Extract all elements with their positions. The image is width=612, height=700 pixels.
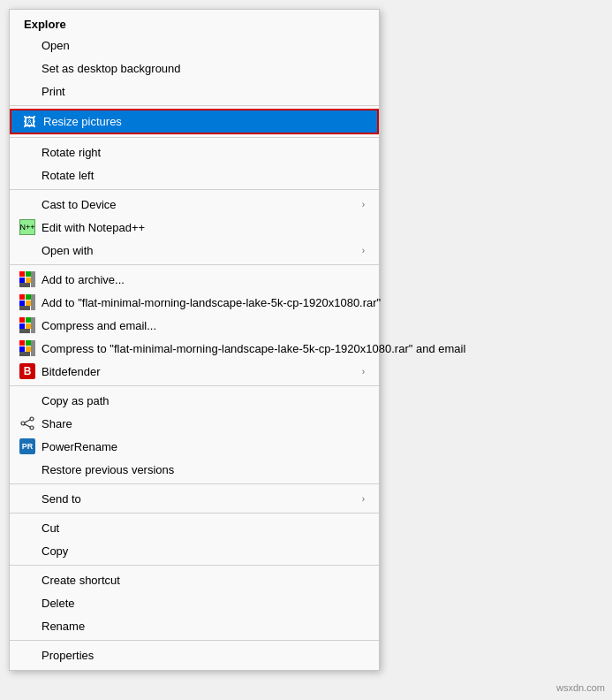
winrar-icon-2 (19, 293, 36, 311)
add-archive-item[interactable]: Add to archive... (10, 268, 379, 291)
share-icon (19, 415, 36, 432)
resize-pictures-label: Resize pictures (43, 115, 122, 128)
watermark: wsxdn.com (556, 682, 605, 693)
rotate-left-item[interactable]: Rotate left (10, 164, 379, 186)
bitdefender-chevron: › (362, 367, 365, 377)
properties-item[interactable]: Properties (10, 643, 379, 666)
svg-line-28 (25, 424, 30, 427)
svg-line-27 (25, 420, 30, 422)
open-item[interactable]: Open (10, 34, 379, 57)
delete-label: Delete (42, 597, 75, 610)
svg-point-26 (30, 426, 34, 430)
powerrename-label: PowerRename (42, 440, 117, 453)
cast-to-device-label: Cast to Device (42, 198, 117, 211)
edit-notepad-item[interactable]: N++ Edit with Notepad++ (10, 216, 379, 239)
svg-rect-18 (19, 340, 25, 346)
add-rar-label: Add to "flat-minimal-morning-landscape-l… (42, 296, 381, 309)
cut-item[interactable]: Cut (10, 516, 379, 539)
svg-rect-23 (19, 352, 30, 356)
explore-label: Explore (24, 18, 66, 31)
compress-rar-email-item[interactable]: Compress to "flat-minimal-morning-landsc… (10, 337, 379, 360)
compress-rar-email-label: Compress to "flat-minimal-morning-landsc… (42, 342, 465, 355)
share-label: Share (42, 417, 72, 430)
svg-rect-1 (26, 271, 31, 277)
svg-rect-17 (19, 329, 30, 333)
rotate-right-item[interactable]: Rotate right (10, 141, 379, 164)
svg-rect-3 (26, 278, 31, 283)
create-shortcut-label: Create shortcut (42, 574, 120, 587)
svg-rect-12 (19, 317, 25, 323)
svg-rect-7 (26, 294, 31, 300)
svg-rect-8 (19, 301, 25, 306)
svg-rect-21 (26, 346, 31, 352)
winrar-icon-4 (19, 339, 36, 357)
compress-email-label: Compress and email... (42, 319, 156, 332)
rename-item[interactable]: Rename (10, 614, 379, 637)
svg-point-24 (30, 417, 34, 421)
share-item[interactable]: Share (10, 412, 379, 435)
copy-label: Copy (42, 544, 68, 558)
copy-item[interactable]: Copy (10, 539, 379, 562)
compress-email-item[interactable]: Compress and email... (10, 314, 379, 337)
svg-rect-11 (19, 306, 30, 310)
separator-3 (10, 189, 379, 190)
powerrename-icon: PR (19, 438, 36, 455)
resize-icon: 🖼 (20, 113, 38, 131)
cast-chevron: › (362, 200, 365, 209)
svg-rect-4 (31, 271, 35, 287)
create-shortcut-item[interactable]: Create shortcut (10, 568, 379, 591)
svg-rect-2 (19, 278, 25, 283)
bitdefender-icon: B (19, 362, 36, 380)
explore-header: Explore (10, 13, 379, 34)
restore-versions-item[interactable]: Restore previous versions (10, 458, 379, 481)
open-with-label: Open with (42, 244, 94, 257)
resize-pictures-item[interactable]: 🖼 Resize pictures (10, 109, 379, 134)
set-desktop-item[interactable]: Set as desktop background (10, 57, 379, 80)
context-menu: Explore Open Set as desktop background P… (9, 9, 380, 671)
cut-label: Cut (42, 521, 59, 535)
print-label: Print (42, 85, 65, 98)
print-item[interactable]: Print (10, 80, 379, 103)
separator-2 (10, 137, 379, 138)
bitdefender-item[interactable]: B Bitdefender › (10, 360, 379, 383)
rotate-right-label: Rotate right (42, 146, 101, 159)
separator-1 (10, 105, 379, 106)
cast-to-device-item[interactable]: Cast to Device › (10, 193, 379, 216)
add-rar-item[interactable]: Add to "flat-minimal-morning-landscape-l… (10, 291, 379, 314)
add-archive-label: Add to archive... (42, 273, 125, 286)
separator-9 (10, 640, 379, 641)
open-label: Open (42, 39, 70, 52)
winrar-icon-1 (19, 270, 36, 288)
separator-5 (10, 385, 379, 386)
edit-notepad-label: Edit with Notepad++ (42, 221, 145, 234)
winrar-icon-3 (19, 316, 36, 334)
svg-rect-0 (19, 271, 25, 277)
restore-versions-label: Restore previous versions (42, 463, 174, 476)
svg-rect-14 (19, 323, 25, 329)
svg-rect-9 (26, 301, 31, 306)
set-desktop-label: Set as desktop background (42, 62, 181, 75)
send-to-item[interactable]: Send to › (10, 487, 379, 510)
copy-path-item[interactable]: Copy as path (10, 389, 379, 412)
svg-rect-22 (31, 340, 35, 356)
send-to-chevron: › (362, 494, 365, 504)
open-with-chevron: › (362, 246, 365, 255)
separator-4 (10, 264, 379, 265)
separator-8 (10, 565, 379, 566)
svg-rect-13 (26, 317, 31, 323)
svg-rect-16 (31, 317, 35, 333)
bitdefender-label: Bitdefender (42, 365, 101, 378)
svg-rect-20 (19, 346, 25, 352)
separator-6 (10, 483, 379, 484)
open-with-item[interactable]: Open with › (10, 239, 379, 262)
svg-rect-6 (19, 294, 25, 300)
powerrename-item[interactable]: PR PowerRename (10, 435, 379, 458)
rename-label: Rename (42, 620, 85, 633)
delete-item[interactable]: Delete (10, 591, 379, 614)
send-to-label: Send to (42, 492, 81, 506)
svg-rect-5 (19, 283, 30, 287)
notepadpp-icon: N++ (19, 218, 36, 236)
separator-7 (10, 513, 379, 514)
svg-rect-10 (31, 294, 35, 310)
copy-path-label: Copy as path (42, 394, 110, 407)
